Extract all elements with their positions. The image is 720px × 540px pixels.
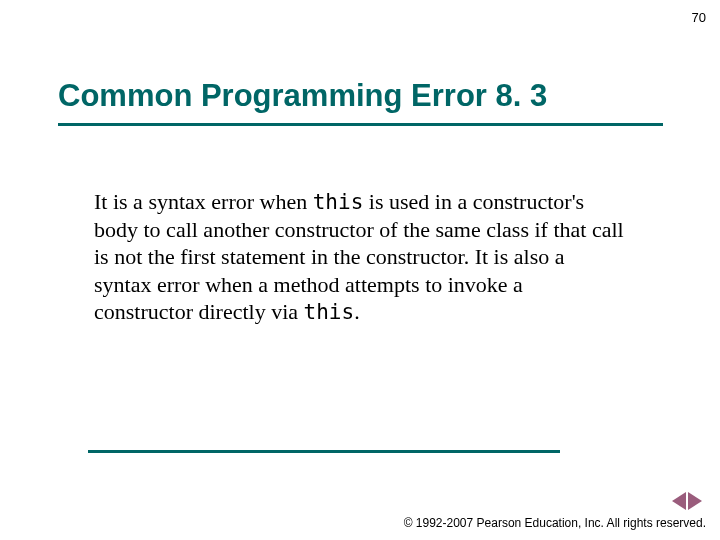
page-number: 70 <box>692 10 706 25</box>
next-arrow-icon[interactable] <box>688 492 702 510</box>
copyright-text: © 1992-2007 Pearson Education, Inc. All … <box>404 516 706 530</box>
slide-title: Common Programming Error 8. 3 <box>58 78 547 114</box>
prev-arrow-icon[interactable] <box>672 492 686 510</box>
body-text-1: It is a syntax error when <box>94 189 313 214</box>
body-paragraph: It is a syntax error when this is used i… <box>94 188 624 326</box>
body-text-3: . <box>354 299 360 324</box>
title-underline <box>58 123 663 126</box>
code-this-1: this <box>313 190 364 214</box>
nav-arrows <box>672 492 702 510</box>
bottom-rule <box>88 450 560 453</box>
code-this-2: this <box>304 300 355 324</box>
